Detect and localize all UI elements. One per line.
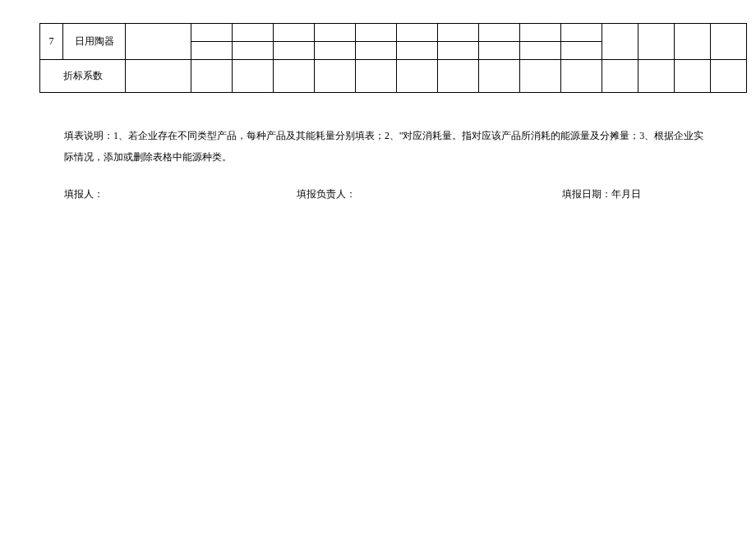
cell-row7-c3	[126, 24, 191, 60]
data-table: 7 日用陶器	[39, 23, 747, 93]
table-row-7-top: 7 日用陶器	[40, 24, 747, 42]
cell-row7a-c6	[274, 24, 315, 42]
cell-row7b-c7	[315, 42, 356, 60]
cell-total-c11	[479, 60, 520, 93]
cell-row7a-c12	[520, 24, 561, 42]
cell-row7b-c8	[356, 42, 397, 60]
cell-row7b-c9	[397, 42, 438, 60]
cell-row7-name: 日用陶器	[63, 24, 126, 60]
cell-row7b-c13	[561, 42, 602, 60]
cell-row7b-c4	[191, 42, 233, 60]
cell-total-c12	[520, 60, 561, 93]
cell-row7a-c8	[356, 24, 397, 42]
cell-total-c15	[638, 60, 675, 93]
cell-total-c13	[561, 60, 602, 93]
cell-total-c10	[438, 60, 479, 93]
cell-row7-c17	[711, 24, 747, 60]
cell-total-label: 折标系数	[40, 60, 126, 93]
cell-row7b-c11	[479, 42, 520, 60]
cell-total-c5	[233, 60, 274, 93]
cell-row7a-c7	[315, 24, 356, 42]
table-row-total: 折标系数	[40, 60, 747, 93]
cell-row7a-c13	[561, 24, 602, 42]
cell-row7-c15	[638, 24, 675, 60]
cell-total-c7	[315, 60, 356, 93]
cell-total-c14	[602, 60, 638, 93]
filler-person-label: 填报人：	[64, 187, 294, 201]
cell-row7a-c9	[397, 24, 438, 42]
cell-row7b-c12	[520, 42, 561, 60]
cell-total-c16	[675, 60, 711, 93]
cell-row7a-c4	[191, 24, 233, 42]
cell-total-c4	[191, 60, 233, 93]
cell-row7-num: 7	[40, 24, 63, 60]
cell-row7b-c6	[274, 42, 315, 60]
filler-row: 填报人： 填报负责人： 填报日期：年月日	[64, 187, 705, 201]
table-container: 7 日用陶器	[39, 23, 717, 93]
filler-date-label: 填报日期：年月日	[562, 187, 641, 201]
cell-total-c9	[397, 60, 438, 93]
cell-row7b-c5	[233, 42, 274, 60]
cell-total-c8	[356, 60, 397, 93]
cell-row7b-c10	[438, 42, 479, 60]
cell-row7a-c11	[479, 24, 520, 42]
cell-total-c17	[711, 60, 747, 93]
cell-row7a-c10	[438, 24, 479, 42]
cell-total-c6	[274, 60, 315, 93]
filler-responsible-label: 填报负责人：	[297, 187, 560, 201]
cell-row7a-c5	[233, 24, 274, 42]
notes-text: 填表说明：1、若企业存在不同类型产品，每种产品及其能耗量分别填表；2、''对应消…	[64, 125, 705, 168]
cell-total-c3	[126, 60, 191, 93]
cell-row7-c16	[675, 24, 711, 60]
cell-row7-c14	[602, 24, 638, 60]
